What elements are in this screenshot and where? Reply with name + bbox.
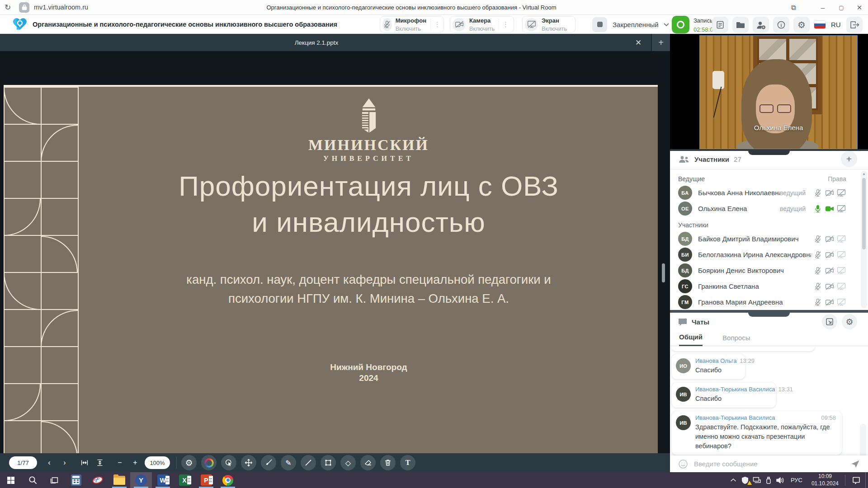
camera-muted-icon[interactable] [825, 189, 835, 197]
shape-tool-button[interactable]: ◇ [340, 455, 356, 470]
close-window-button[interactable]: ✕ [850, 0, 868, 15]
invite-user-button[interactable] [753, 17, 769, 33]
message-author[interactable]: Иванова-Тюрькина Василиса [695, 386, 775, 393]
language-switch[interactable]: RU [831, 15, 841, 34]
chat-messages[interactable]: ИО Иванова Ольга 13:29 Спасибо ИВ Иванов… [670, 346, 868, 455]
mic-on-icon[interactable] [813, 205, 823, 213]
camera-muted-icon[interactable] [825, 299, 835, 306]
brush-tool-button[interactable] [261, 455, 276, 470]
participant-row[interactable]: БД Байков Дмитрий Владимирович [678, 231, 846, 247]
chat-popout-button[interactable] [822, 314, 837, 329]
color-picker-button[interactable] [201, 455, 217, 470]
mic-muted-icon[interactable] [813, 282, 823, 291]
close-presentation-icon[interactable]: ✕ [630, 34, 646, 51]
message-input[interactable] [694, 460, 851, 468]
slide-scrollbar-thumb[interactable] [662, 263, 665, 282]
record-button[interactable] [672, 16, 689, 33]
excel-app-icon[interactable]: X [174, 472, 195, 488]
participant-row[interactable]: БА Бычкова Анна Николаевна ведущий [678, 185, 846, 201]
screen-muted-icon[interactable] [836, 189, 846, 197]
network-icon[interactable] [751, 477, 763, 484]
panel-drag-handle[interactable] [670, 310, 868, 313]
participants-scrollbar[interactable]: ▲ [861, 171, 867, 308]
powerpoint-app-icon[interactable]: P [195, 472, 217, 488]
lock-icon[interactable] [19, 2, 29, 13]
text-tool-button[interactable]: T [400, 455, 415, 470]
screen-muted-icon[interactable] [836, 282, 846, 291]
next-slide-button[interactable]: › [57, 455, 72, 470]
notes-button[interactable] [712, 17, 728, 33]
mic-muted-icon[interactable] [813, 267, 823, 275]
maximize-button[interactable]: ▢ [832, 0, 850, 15]
page-indicator[interactable]: 1/77 [9, 456, 37, 469]
eraser-tool-button[interactable] [360, 455, 376, 470]
camera-muted-icon[interactable] [825, 235, 835, 243]
fit-width-icon[interactable] [77, 455, 92, 470]
move-tool-button[interactable] [241, 455, 256, 470]
screen-muted-icon[interactable] [836, 235, 846, 243]
calculator-app-icon[interactable] [65, 472, 87, 488]
file-explorer-app-icon[interactable] [108, 472, 130, 488]
minimize-button[interactable]: – [814, 0, 832, 15]
mic-muted-icon[interactable] [813, 251, 823, 259]
add-participant-button[interactable]: + [841, 151, 857, 167]
mic-muted-icon[interactable] [813, 189, 823, 197]
send-icon[interactable] [851, 460, 860, 468]
screen-muted-icon[interactable] [836, 251, 846, 259]
reload-icon[interactable]: ↻ [0, 3, 15, 12]
mic-muted-icon[interactable] [813, 235, 823, 243]
search-button[interactable] [22, 472, 43, 488]
message-author[interactable]: Иванова-Тюрькина Василиса [695, 414, 775, 421]
camera-on-icon[interactable] [825, 205, 835, 212]
fit-page-icon[interactable] [92, 455, 108, 470]
participant-row[interactable]: ГМ Гранова Мария Андреевна [678, 294, 846, 310]
camera-button[interactable]: Камера Включить ⋮ [450, 16, 514, 33]
chat-scrollbar[interactable]: ▼ [860, 424, 866, 455]
line-tool-button[interactable] [301, 455, 316, 470]
camera-muted-icon[interactable] [825, 267, 835, 274]
layout-select[interactable]: Закрепленный [592, 17, 670, 32]
participant-row[interactable]: БИ Белоглазкина Ирина Александровна [678, 247, 846, 263]
show-desktop-button[interactable] [865, 472, 868, 488]
zoom-in-button[interactable]: + [127, 455, 143, 470]
clear-all-button[interactable] [380, 455, 396, 470]
select-frame-button[interactable] [321, 455, 336, 470]
webcam-tile[interactable]: Ольхина Елена [670, 34, 868, 149]
annotation-settings-button[interactable]: ⚙ [181, 455, 197, 470]
info-button[interactable] [773, 17, 789, 33]
snipping-tool-app-icon[interactable]: ✂ [87, 472, 108, 488]
add-tab-button[interactable]: + [651, 34, 670, 51]
task-view-button[interactable] [43, 472, 65, 488]
mic-menu-icon[interactable]: ⋮ [430, 19, 441, 30]
tray-expand-icon[interactable] [727, 478, 739, 482]
tab-panel-icon[interactable]: ⧉ [784, 0, 802, 15]
start-button[interactable] [0, 472, 22, 488]
camera-menu-icon[interactable]: ⋮ [499, 19, 509, 30]
laser-pointer-button[interactable] [221, 455, 236, 470]
settings-button[interactable]: ⚙ [793, 17, 810, 33]
scroll-up-icon[interactable]: ▲ [861, 171, 867, 177]
action-center-icon[interactable] [847, 476, 865, 484]
participant-row[interactable]: ОЕ Ольхина Елена ведущий [678, 201, 846, 216]
clock[interactable]: 10:09 01.10.2024 [807, 473, 843, 487]
tab-general[interactable]: Общий [679, 333, 703, 346]
participant-row[interactable]: БД Бояркин Денис Викторович [678, 263, 846, 278]
pencil-tool-button[interactable]: ✎ [281, 455, 296, 470]
participant-row[interactable]: ГС Гранкина Светлана [678, 278, 846, 294]
zoom-level[interactable]: 100% [145, 456, 170, 469]
mic-button[interactable]: Микрофон Включить ⋮ [380, 16, 444, 33]
yandex-browser-app-icon[interactable]: Y [130, 472, 152, 488]
tab-questions[interactable]: Вопросы [722, 334, 750, 346]
emoji-icon[interactable] [678, 459, 688, 469]
keyboard-language[interactable]: РУС [786, 477, 807, 483]
russian-flag-icon[interactable] [814, 20, 826, 29]
camera-muted-icon[interactable] [825, 283, 835, 290]
chrome-app-icon[interactable] [217, 472, 239, 488]
files-button[interactable] [732, 17, 749, 33]
chat-settings-button[interactable]: ⚙ [842, 314, 857, 329]
leave-room-button[interactable] [846, 17, 863, 33]
mic-muted-icon[interactable] [813, 298, 823, 306]
screen-muted-icon[interactable] [836, 267, 846, 275]
panel-drag-handle[interactable] [670, 149, 868, 151]
security-shield-icon[interactable] [739, 476, 751, 484]
